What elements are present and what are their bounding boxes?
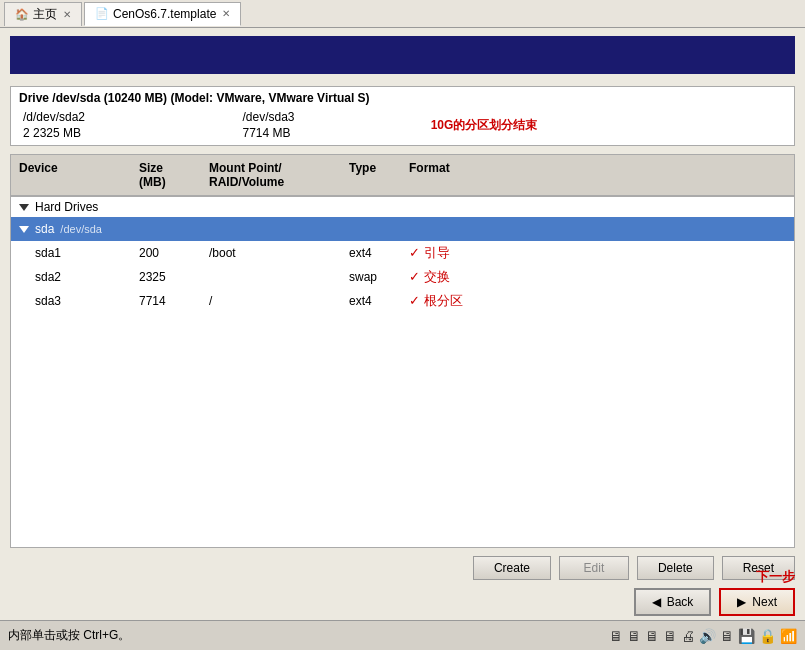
sda1-name: sda1 — [11, 245, 131, 261]
edit-button[interactable]: Edit — [559, 556, 629, 580]
tab-template-label: CenOs6.7.template — [113, 7, 216, 21]
header-type: Type — [341, 159, 401, 191]
sda-size-cell — [131, 227, 201, 231]
sda3-type: ext4 — [341, 293, 401, 309]
title-bar: 🏠 主页 ✕ 📄 CenOs6.7.template ✕ — [0, 0, 805, 28]
status-icon-disk: 💾 — [738, 628, 755, 644]
header-format: Format — [401, 159, 481, 191]
drive-info-col1-row2: 2 2325 MB — [19, 125, 238, 141]
status-icon-2: 🖥 — [627, 628, 641, 644]
nav-buttons-area: 下一步 ◀ Back ▶ Next — [10, 588, 795, 616]
status-icon-network: 📶 — [780, 628, 797, 644]
sda-label-cell: sda /dev/sda — [11, 220, 131, 238]
header-size: Size(MB) — [131, 159, 201, 191]
next-button-label: Next — [752, 595, 777, 609]
sda1-check-icon: ✓ 引导 — [409, 245, 450, 260]
action-buttons-area: Create Edit Delete Reset — [10, 556, 795, 580]
drive-info-col2-row1: /dev/sda3 — [238, 109, 426, 125]
sda3-mount: / — [201, 293, 341, 309]
hard-drives-label: Hard Drives — [35, 200, 98, 214]
home-icon: 🏠 — [15, 8, 29, 21]
status-icon-lock: 🔒 — [759, 628, 776, 644]
status-icons: 🖥 🖥 🖥 🖥 🖨 🔊 🖥 💾 🔒 📶 — [609, 628, 797, 644]
drive-info-col2-row2: 7714 MB — [238, 125, 426, 141]
status-icon-3: 🖥 — [645, 628, 659, 644]
partition-body: Hard Drives sda /dev/sda sda1 200 /boot … — [11, 197, 794, 547]
tab-template-close[interactable]: ✕ — [222, 8, 230, 19]
sda-dev-path: /dev/sda — [60, 223, 102, 235]
template-icon: 📄 — [95, 7, 109, 20]
drive-info-box: Drive /dev/sda (10240 MB) (Model: VMware… — [10, 86, 795, 146]
sda2-check-icon: ✓ 交换 — [409, 269, 450, 284]
drive-info-table: /d/dev/sda2 /dev/sda3 10G的分区划分结束 2 2325 … — [19, 109, 786, 141]
sda3-format: ✓ 根分区 — [401, 291, 481, 311]
sda-mount-cell — [201, 227, 341, 231]
sda1-row[interactable]: sda1 200 /boot ext4 ✓ 引导 — [11, 241, 794, 265]
sda1-size: 200 — [131, 245, 201, 261]
status-bar-text: 内部单击或按 Ctrl+G。 — [8, 627, 130, 644]
hard-drives-row: Hard Drives — [11, 197, 794, 217]
status-icon-4: 🖥 — [663, 628, 677, 644]
sda2-size: 2325 — [131, 269, 201, 285]
status-icon-1: 🖥 — [609, 628, 623, 644]
tab-template[interactable]: 📄 CenOs6.7.template ✕ — [84, 2, 241, 26]
header-device: Device — [11, 159, 131, 191]
main-content: Drive /dev/sda (10240 MB) (Model: VMware… — [0, 28, 805, 620]
sda3-size: 7714 — [131, 293, 201, 309]
tab-home[interactable]: 🏠 主页 ✕ — [4, 2, 82, 26]
header-mount: Mount Point/RAID/Volume — [201, 159, 341, 191]
partition-section: Device Size(MB) Mount Point/RAID/Volume … — [10, 154, 795, 548]
sda3-row[interactable]: sda3 7714 / ext4 ✓ 根分区 — [11, 289, 794, 313]
partition-table-header: Device Size(MB) Mount Point/RAID/Volume … — [11, 155, 794, 197]
back-button[interactable]: ◀ Back — [634, 588, 712, 616]
status-icon-sound: 🔊 — [699, 628, 716, 644]
blue-header-bar — [10, 36, 795, 74]
sda1-format: ✓ 引导 — [401, 243, 481, 263]
drive-info-annotation: 10G的分区划分结束 — [427, 109, 786, 141]
back-button-label: Back — [667, 595, 694, 609]
sda3-check-icon: ✓ 根分区 — [409, 293, 463, 308]
sda-format-cell — [401, 227, 481, 231]
back-arrow-icon: ◀ — [652, 595, 661, 609]
next-arrow-icon: ▶ — [737, 595, 746, 609]
sda2-format: ✓ 交换 — [401, 267, 481, 287]
sda-name: sda — [35, 222, 54, 236]
status-icon-5: 🖥 — [720, 628, 734, 644]
sda3-name: sda3 — [11, 293, 131, 309]
sda-row[interactable]: sda /dev/sda — [11, 217, 794, 241]
tab-home-label: 主页 — [33, 6, 57, 23]
sda2-name: sda2 — [11, 269, 131, 285]
drive-info-title: Drive /dev/sda (10240 MB) (Model: VMware… — [11, 87, 794, 109]
delete-button[interactable]: Delete — [637, 556, 714, 580]
next-button[interactable]: ▶ Next — [719, 588, 795, 616]
status-icon-printer: 🖨 — [681, 628, 695, 644]
drive-info-col1-row1: /d/dev/sda2 — [19, 109, 238, 125]
sda1-mount: /boot — [201, 245, 341, 261]
create-button[interactable]: Create — [473, 556, 551, 580]
sda2-type: swap — [341, 269, 401, 285]
tab-home-close[interactable]: ✕ — [63, 9, 71, 20]
next-annotation: 下一步 — [756, 568, 795, 586]
hard-drives-expand-icon[interactable] — [19, 204, 29, 211]
sda-type-cell — [341, 227, 401, 231]
sda2-row[interactable]: sda2 2325 swap ✓ 交换 — [11, 265, 794, 289]
sda1-type: ext4 — [341, 245, 401, 261]
sda-expand-icon[interactable] — [19, 226, 29, 233]
sda2-mount — [201, 276, 341, 278]
status-bar: 内部单击或按 Ctrl+G。 🖥 🖥 🖥 🖥 🖨 🔊 🖥 💾 🔒 📶 — [0, 620, 805, 650]
